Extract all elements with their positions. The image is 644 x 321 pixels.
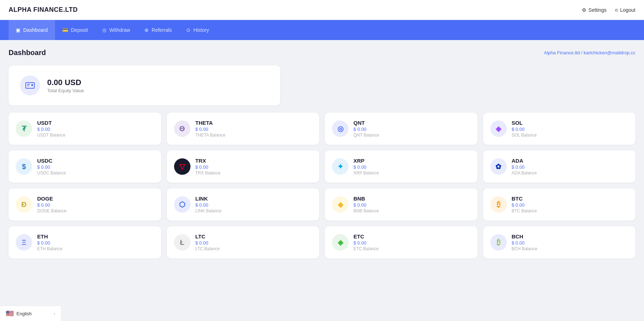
coin-card-eth[interactable]: Ξ ETH $ 0.00 ETH Balance xyxy=(9,226,161,258)
language-selector[interactable]: 🇺🇸 English › xyxy=(0,306,61,321)
coin-card-bch[interactable]: ₿ BCH $ 0.00 BCH Balance xyxy=(483,226,636,258)
coin-balance-label-btc: BTC Balance xyxy=(512,208,537,213)
nav-item-withdraw[interactable]: ◎ Withdraw xyxy=(95,20,137,40)
logout-button[interactable]: ⎋ Logout xyxy=(615,7,635,13)
coin-name-usdc: USDC xyxy=(37,158,66,164)
coin-info-ltc: LTC $ 0.00 LTC Balance xyxy=(195,233,220,251)
coin-balance-label-ada: ADA Balance xyxy=(512,171,537,176)
withdraw-nav-icon: ◎ xyxy=(102,27,106,33)
page-title: Dashboard xyxy=(9,49,46,57)
chevron-right-icon: › xyxy=(54,312,55,316)
coin-balance-label-ltc: LTC Balance xyxy=(195,246,220,251)
breadcrumb: Alpha Finance.ltd / karlchicken@maildrop… xyxy=(544,50,635,55)
nav-label-deposit: Deposit xyxy=(71,27,88,33)
coin-info-theta: THETA $ 0.00 THETA Balance xyxy=(195,120,226,138)
coin-icon-trx: ▽ xyxy=(174,158,190,175)
coin-info-trx: TRX $ 0.00 TRX Balance xyxy=(195,158,221,176)
breadcrumb-site: Alpha Finance.ltd xyxy=(544,50,580,55)
coin-name-ada: ADA xyxy=(512,158,537,164)
nav-item-history[interactable]: ⊙ History xyxy=(179,20,216,40)
coin-balance-label-bnb: BNB Balance xyxy=(353,208,379,213)
coin-name-doge: DOGE xyxy=(37,196,66,202)
coin-card-link[interactable]: ⬡ LINK $ 0.00 LINK Balance xyxy=(167,188,319,221)
coin-info-eth: ETH $ 0.00 ETH Balance xyxy=(37,233,63,251)
coin-value-doge: $ 0.00 xyxy=(37,202,66,208)
settings-button[interactable]: ⚙ Settings xyxy=(582,7,607,13)
dashboard-nav-icon: ▣ xyxy=(16,27,20,33)
main-content: Dashboard Alpha Finance.ltd / karlchicke… xyxy=(0,40,644,267)
coin-card-trx[interactable]: ▽ TRX $ 0.00 TRX Balance xyxy=(167,150,319,183)
coin-name-trx: TRX xyxy=(195,158,221,164)
coin-balance-label-sol: SOL Balance xyxy=(512,133,537,138)
coin-icon-sol: ◈ xyxy=(490,120,507,137)
coin-icon-bch: ₿ xyxy=(490,234,507,251)
coin-info-etc: ETC $ 0.00 ETC Balance xyxy=(353,233,379,251)
coin-card-usdt[interactable]: ₮ USDT $ 0.00 USDT Balance xyxy=(9,113,161,145)
coin-value-theta: $ 0.00 xyxy=(195,127,226,132)
equity-card: 0.00 USD Total Equity Value xyxy=(9,65,280,105)
coin-card-btc[interactable]: ₿ BTC $ 0.00 BTC Balance xyxy=(483,188,636,221)
coin-name-theta: THETA xyxy=(195,120,226,126)
coin-value-qnt: $ 0.00 xyxy=(353,127,379,132)
coin-info-doge: DOGE $ 0.00 DOGE Balance xyxy=(37,196,66,213)
coin-card-bnb[interactable]: ◆ BNB $ 0.00 BNB Balance xyxy=(325,188,477,221)
coin-balance-label-theta: THETA Balance xyxy=(195,133,226,138)
nav-item-dashboard[interactable]: ▣ Dashboard xyxy=(9,20,55,40)
coin-icon-qnt: ◎ xyxy=(332,120,348,137)
coin-value-trx: $ 0.00 xyxy=(195,164,221,170)
coin-value-sol: $ 0.00 xyxy=(512,127,537,132)
coin-name-etc: ETC xyxy=(353,233,379,239)
coin-card-doge[interactable]: Ð DOGE $ 0.00 DOGE Balance xyxy=(9,188,161,221)
coin-info-link: LINK $ 0.00 LINK Balance xyxy=(195,196,222,213)
coin-info-qnt: QNT $ 0.00 QNT Balance xyxy=(353,120,379,138)
coin-balance-label-doge: DOGE Balance xyxy=(37,208,66,213)
nav-label-history: History xyxy=(193,27,209,33)
referrals-nav-icon: ⊕ xyxy=(144,27,149,33)
nav-item-deposit[interactable]: 💳 Deposit xyxy=(55,20,95,40)
coin-card-sol[interactable]: ◈ SOL $ 0.00 SOL Balance xyxy=(483,113,636,145)
coin-value-usdc: $ 0.00 xyxy=(37,164,66,170)
coin-info-xrp: XRP $ 0.00 XRP Balance xyxy=(353,158,379,176)
equity-icon xyxy=(20,75,40,95)
deposit-nav-icon: 💳 xyxy=(62,27,68,33)
coin-value-etc: $ 0.00 xyxy=(353,240,379,246)
coin-icon-ada: ✿ xyxy=(490,158,507,175)
nav-label-dashboard: Dashboard xyxy=(23,27,48,33)
coin-card-xrp[interactable]: ✦ XRP $ 0.00 XRP Balance xyxy=(325,150,477,183)
svg-rect-1 xyxy=(27,84,30,85)
coin-card-etc[interactable]: ◈ ETC $ 0.00 ETC Balance xyxy=(325,226,477,258)
logout-label: Logout xyxy=(620,7,635,13)
coin-balance-label-eth: ETH Balance xyxy=(37,246,63,251)
coin-info-btc: BTC $ 0.00 BTC Balance xyxy=(512,196,537,213)
coin-icon-etc: ◈ xyxy=(332,234,348,251)
coin-card-ltc[interactable]: Ł LTC $ 0.00 LTC Balance xyxy=(167,226,319,258)
equity-info: 0.00 USD Total Equity Value xyxy=(47,78,84,93)
coin-value-usdt: $ 0.00 xyxy=(37,127,65,132)
coin-name-btc: BTC xyxy=(512,196,537,202)
coin-info-bnb: BNB $ 0.00 BNB Balance xyxy=(353,196,379,213)
coin-card-ada[interactable]: ✿ ADA $ 0.00 ADA Balance xyxy=(483,150,636,183)
logo: ALPHA FINANCE.LTD xyxy=(9,6,78,14)
svg-rect-3 xyxy=(31,84,33,86)
coin-value-ada: $ 0.00 xyxy=(512,164,537,170)
coin-card-qnt[interactable]: ◎ QNT $ 0.00 QNT Balance xyxy=(325,113,477,145)
coin-value-ltc: $ 0.00 xyxy=(195,240,220,246)
main-nav: ▣ Dashboard 💳 Deposit ◎ Withdraw ⊕ Refer… xyxy=(0,20,644,40)
coin-balance-label-usdt: USDT Balance xyxy=(37,133,65,138)
page-header: Dashboard Alpha Finance.ltd / karlchicke… xyxy=(9,49,635,57)
coin-icon-bnb: ◆ xyxy=(332,196,348,213)
coin-card-theta[interactable]: Θ THETA $ 0.00 THETA Balance xyxy=(167,113,319,145)
nav-item-referrals[interactable]: ⊕ Referrals xyxy=(137,20,179,40)
coin-icon-theta: Θ xyxy=(174,120,190,137)
settings-label: Settings xyxy=(589,7,607,13)
coin-balance-label-usdc: USDC Balance xyxy=(37,171,66,176)
coin-icon-usdt: ₮ xyxy=(16,120,32,137)
coin-name-ltc: LTC xyxy=(195,233,220,239)
coin-info-usdt: USDT $ 0.00 USDT Balance xyxy=(37,120,65,138)
coin-info-usdc: USDC $ 0.00 USDC Balance xyxy=(37,158,66,176)
coin-card-usdc[interactable]: $ USDC $ 0.00 USDC Balance xyxy=(9,150,161,183)
coin-balance-label-etc: ETC Balance xyxy=(353,246,379,251)
coin-value-link: $ 0.00 xyxy=(195,202,222,208)
coin-icon-link: ⬡ xyxy=(174,196,190,213)
breadcrumb-user: karlchicken@maildrop.cc xyxy=(584,50,635,55)
